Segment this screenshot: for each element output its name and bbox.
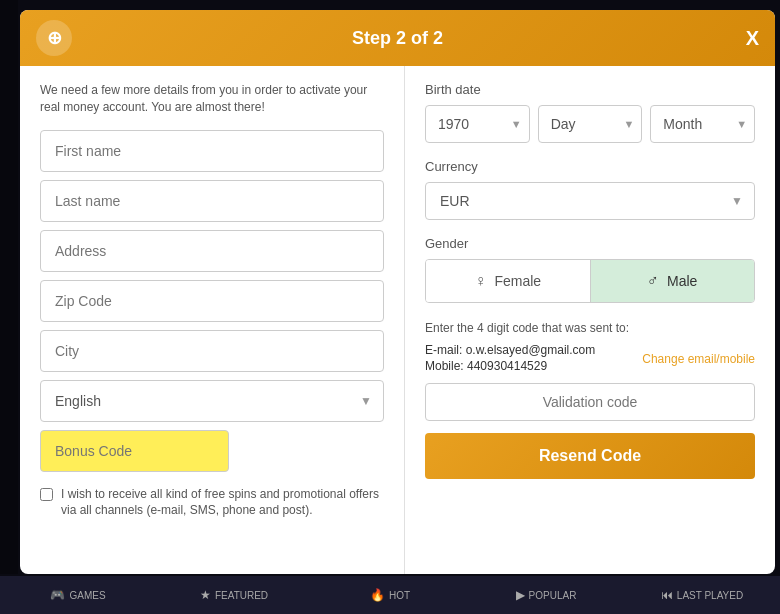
nav-games-label: GAMES [69,590,105,601]
zip-code-input[interactable] [40,280,384,322]
female-icon: ♀ [474,272,486,290]
games-icon: 🎮 [50,588,65,602]
email-detail: E-mail: o.w.elsayed@gmail.com [425,343,595,357]
hot-icon: 🔥 [370,588,385,602]
first-name-input[interactable] [40,130,384,172]
nav-hot-label: HOT [389,590,410,601]
day-select-wrapper: Day ▼ [538,105,643,143]
nav-featured-label: FEATURED [215,590,268,601]
change-email-mobile-link[interactable]: Change email/mobile [642,352,755,366]
sidebar-icons [0,0,18,574]
gender-row: ♀ Female ♂ Male [425,259,755,303]
nav-item-popular[interactable]: ▶ POPULAR [468,584,624,606]
currency-wrapper: EUR ▼ [425,182,755,220]
validation-code-input[interactable] [425,383,755,421]
featured-icon: ★ [200,588,211,602]
month-select[interactable]: Month [650,105,755,143]
year-select-wrapper: 1970 ▼ [425,105,530,143]
currency-select[interactable]: EUR [425,182,755,220]
last-name-input[interactable] [40,180,384,222]
male-icon: ♂ [647,272,659,290]
mobile-detail: Mobile: 440930414529 [425,359,595,373]
validation-contact-info: E-mail: o.w.elsayed@gmail.com Mobile: 44… [425,343,595,375]
popular-icon: ▶ [516,588,525,602]
city-input[interactable] [40,330,384,372]
close-button[interactable]: X [746,27,759,50]
offers-checkbox[interactable] [40,488,53,501]
language-select-wrapper: English ▼ [40,380,384,422]
bonus-code-input[interactable] [40,430,229,472]
birth-date-label: Birth date [425,82,755,97]
modal-header: ⊕ Step 2 of 2 X [20,10,775,66]
left-panel: We need a few more details from you in o… [20,66,405,574]
male-button[interactable]: ♂ Male [591,260,755,302]
modal: ⊕ Step 2 of 2 X We need a few more detai… [20,10,775,574]
female-button[interactable]: ♀ Female [426,260,590,302]
checkbox-label: I wish to receive all kind of free spins… [61,486,384,520]
right-panel: Birth date 1970 ▼ Day ▼ Month [405,66,775,574]
address-input[interactable] [40,230,384,272]
logo: ⊕ [36,20,72,56]
modal-title: Step 2 of 2 [352,28,443,49]
year-select[interactable]: 1970 [425,105,530,143]
resend-code-button[interactable]: Resend Code [425,433,755,479]
logo-icon: ⊕ [36,20,72,56]
nav-item-featured[interactable]: ★ FEATURED [156,584,312,606]
male-label: Male [667,273,697,289]
nav-item-hot[interactable]: 🔥 HOT [312,584,468,606]
gender-label: Gender [425,236,755,251]
birth-date-row: 1970 ▼ Day ▼ Month ▼ [425,105,755,143]
validation-intro: Enter the 4 digit code that was sent to: [425,319,755,337]
nav-item-last-played[interactable]: ⏮ LAST PLAYED [624,584,780,606]
last-played-icon: ⏮ [661,588,673,602]
description-text: We need a few more details from you in o… [40,82,384,116]
nav-item-games[interactable]: 🎮 GAMES [0,584,156,606]
modal-body: We need a few more details from you in o… [20,66,775,574]
nav-popular-label: POPULAR [529,590,577,601]
month-select-wrapper: Month ▼ [650,105,755,143]
validation-details: E-mail: o.w.elsayed@gmail.com Mobile: 44… [425,343,755,375]
female-label: Female [494,273,541,289]
checkbox-row: I wish to receive all kind of free spins… [40,486,384,520]
currency-label: Currency [425,159,755,174]
nav-last-played-label: LAST PLAYED [677,590,743,601]
day-select[interactable]: Day [538,105,643,143]
bottom-nav: 🎮 GAMES ★ FEATURED 🔥 HOT ▶ POPULAR ⏮ LAS… [0,576,780,614]
language-select[interactable]: English [40,380,384,422]
